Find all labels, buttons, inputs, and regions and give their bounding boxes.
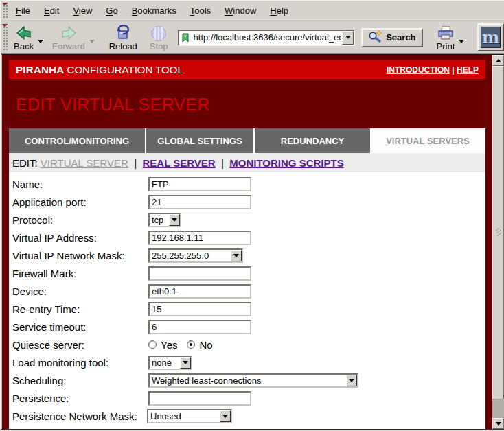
menu-file[interactable]: File xyxy=(9,5,37,16)
reload-button[interactable]: Reload xyxy=(106,24,140,51)
menu-view[interactable]: View xyxy=(66,5,99,16)
service-timeout-input[interactable] xyxy=(148,320,251,334)
dropdown-arrow-icon[interactable] xyxy=(231,250,242,261)
quiesce-yes-radio[interactable] xyxy=(148,340,157,349)
scroll-up-button[interactable] xyxy=(492,55,504,66)
form-row-firewall-mark: Firewall Mark: xyxy=(9,264,485,282)
menu-bookmarks[interactable]: Bookmarks xyxy=(125,5,183,16)
scroll-down-button[interactable] xyxy=(492,418,504,429)
banner-links: INTRODUCTION | HELP xyxy=(387,65,479,75)
search-label: Search xyxy=(386,32,415,43)
dropdown-arrow-icon[interactable] xyxy=(220,410,231,422)
reentry-time-input[interactable] xyxy=(148,302,251,316)
tab-bar: CONTROL/MONITORING GLOBAL SETTINGS REDUN… xyxy=(9,128,485,153)
firewall-mark-input[interactable] xyxy=(148,266,251,281)
print-dropdown-arrow-icon[interactable] xyxy=(459,40,464,43)
form-row-quiesce: Quiesce server: Yes No xyxy=(9,336,485,353)
piranha-banner: PIRANHA CONFIGURATION TOOL INTRODUCTION … xyxy=(9,60,485,79)
protocol-label: Protocol: xyxy=(12,214,148,226)
firewall-mark-label: Firewall Mark: xyxy=(12,268,148,279)
reload-label: Reload xyxy=(109,41,137,51)
forward-button[interactable]: Forward xyxy=(49,24,88,51)
application-port-input[interactable] xyxy=(148,195,251,209)
search-button[interactable]: Search xyxy=(361,28,422,47)
load-tool-select-value: none xyxy=(150,357,180,369)
tab-control-monitoring[interactable]: CONTROL/MONITORING xyxy=(9,128,146,153)
virtual-ip-label: Virtual IP Address: xyxy=(12,232,148,244)
dropdown-arrow-icon[interactable] xyxy=(346,375,357,386)
form-row-application-port: Application port: xyxy=(9,193,485,211)
stop-label: Stop xyxy=(150,41,168,51)
menubar-grip[interactable] xyxy=(2,3,8,19)
print-button[interactable]: Print xyxy=(434,24,458,51)
monitoring-scripts-link[interactable]: MONITORING SCRIPTS xyxy=(229,157,343,169)
application-port-label: Application port: xyxy=(12,196,148,208)
menu-window[interactable]: Window xyxy=(218,5,263,16)
device-input[interactable] xyxy=(148,284,251,299)
subnav-separator: | xyxy=(128,157,143,169)
print-label: Print xyxy=(437,41,455,51)
toolbar-grip[interactable] xyxy=(2,24,8,51)
scrollbar-thumb[interactable] xyxy=(492,66,504,399)
help-link[interactable]: HELP xyxy=(457,65,479,75)
bookmark-icon[interactable] xyxy=(181,33,192,43)
forward-icon xyxy=(60,25,78,41)
scheduling-select-value: Weighted least-connections xyxy=(150,375,346,386)
forward-dropdown-arrow-icon[interactable] xyxy=(89,40,95,43)
print-icon xyxy=(437,25,455,41)
back-dropdown-arrow-icon[interactable] xyxy=(38,40,43,43)
form-row-scheduling: Scheduling: Weighted least-connections xyxy=(9,371,485,389)
form-row-persistence: Persistence: xyxy=(9,389,485,407)
scheduling-select[interactable]: Weighted least-connections xyxy=(148,373,358,388)
stop-button[interactable]: Stop xyxy=(147,24,171,51)
menu-edit[interactable]: Edit xyxy=(37,5,66,16)
load-tool-select[interactable]: none xyxy=(148,356,192,370)
brand-bold: PIRANHA xyxy=(16,64,64,75)
browser-content-area: PIRANHA CONFIGURATION TOOL INTRODUCTION … xyxy=(1,54,504,429)
dropdown-arrow-icon[interactable] xyxy=(180,357,191,369)
device-label: Device: xyxy=(12,286,148,297)
url-input[interactable] xyxy=(192,32,343,43)
back-label: Back xyxy=(14,41,34,51)
vip-netmask-select[interactable]: 255.255.255.0 xyxy=(148,248,243,263)
introduction-link[interactable]: INTRODUCTION xyxy=(387,65,450,75)
real-server-link[interactable]: REAL SERVER xyxy=(143,157,216,169)
persistence-netmask-label: Persistence Network Mask: xyxy=(12,410,147,422)
back-button[interactable]: Back xyxy=(11,24,36,51)
form-row-service-timeout: Service timeout: xyxy=(9,318,485,336)
vip-netmask-label: Virtual IP Network Mask: xyxy=(12,250,148,261)
scheduling-label: Scheduling: xyxy=(12,375,148,386)
persistence-input[interactable] xyxy=(148,391,251,406)
virtual-server-current-link[interactable]: VIRTUAL SERVER xyxy=(41,157,128,169)
url-bar xyxy=(178,30,356,46)
tab-redundancy[interactable]: REDUNDANCY xyxy=(255,128,370,153)
url-dropdown-arrow-icon[interactable] xyxy=(342,31,354,45)
tab-virtual-servers[interactable]: VIRTUAL SERVERS xyxy=(370,128,485,153)
persistence-netmask-select[interactable]: Unused xyxy=(147,409,232,423)
quiesce-label: Quiesce server: xyxy=(12,339,148,351)
reload-icon xyxy=(115,25,131,41)
vertical-scrollbar[interactable] xyxy=(492,55,504,429)
protocol-select[interactable]: tcp xyxy=(148,213,181,227)
menu-go[interactable]: Go xyxy=(99,5,124,16)
scrollbar-track[interactable] xyxy=(492,399,504,418)
vip-netmask-select-value: 255.255.255.0 xyxy=(150,250,231,261)
tab-global-settings[interactable]: GLOBAL SETTINGS xyxy=(146,128,255,153)
name-label: Name: xyxy=(12,178,148,190)
virtual-ip-input[interactable] xyxy=(148,231,251,245)
form-row-name: Name: xyxy=(9,175,485,193)
load-tool-label: Load monitoring tool: xyxy=(12,357,148,369)
form-row-virtual-ip: Virtual IP Address: xyxy=(9,229,485,246)
dropdown-arrow-icon[interactable] xyxy=(169,214,180,226)
menu-bar: File Edit View Go Bookmarks Tools Window… xyxy=(1,1,504,21)
quiesce-yes-label: Yes xyxy=(161,339,177,351)
banner-link-separator: | xyxy=(452,65,457,75)
quiesce-no-radio[interactable] xyxy=(187,340,195,349)
stop-icon xyxy=(151,25,166,41)
menu-help[interactable]: Help xyxy=(263,5,295,16)
scrollbar-grip-icon xyxy=(495,226,502,239)
name-input[interactable] xyxy=(148,177,251,191)
mozilla-logo-button[interactable]: m xyxy=(477,23,504,51)
menu-tools[interactable]: Tools xyxy=(183,5,218,16)
persistence-netmask-select-value: Unused xyxy=(148,410,220,422)
